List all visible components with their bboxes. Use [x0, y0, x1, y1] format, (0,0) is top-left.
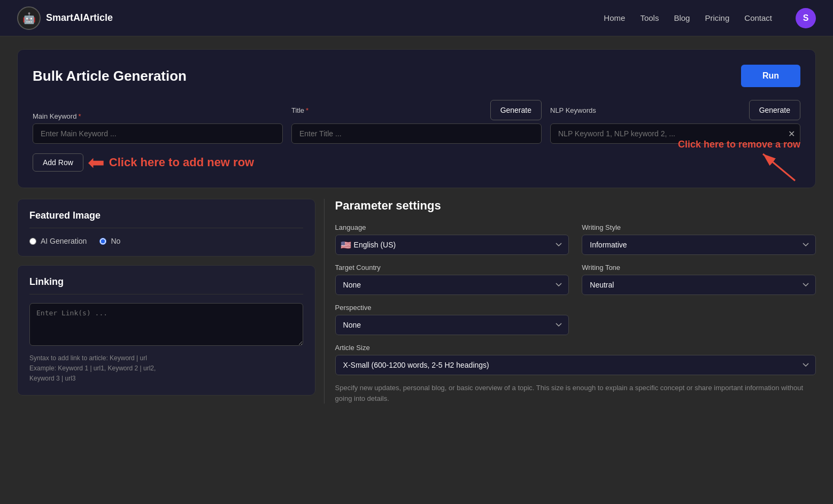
bulk-card-header: Bulk Article Generation Run — [33, 65, 800, 87]
linking-textarea[interactable] — [29, 303, 303, 346]
main-keyword-group: Main Keyword* — [33, 112, 283, 144]
writing-tone-label: Writing Tone — [582, 263, 816, 272]
brand: 🤖 SmartAIArticle — [17, 6, 604, 30]
featured-image-card: Featured Image AI Generation No — [17, 199, 315, 257]
no-image-radio[interactable] — [99, 238, 106, 245]
add-row-button[interactable]: Add Row — [33, 153, 83, 172]
main-content: Bulk Article Generation Run Main Keyword… — [0, 36, 833, 416]
link-syntax-text: Syntax to add link to article: Keyword |… — [29, 353, 303, 384]
perspective-select[interactable]: None First Person Second Person Third Pe… — [335, 315, 569, 335]
remove-arrow-icon — [758, 151, 800, 183]
linking-card: Linking Syntax to add link to article: K… — [17, 265, 315, 396]
title-label: Title* — [291, 106, 308, 114]
article-size-select[interactable]: X-Small (600-1200 words, 2-5 H2 headings… — [335, 355, 816, 375]
nlp-keywords-group: NLP Keywords Generate ✕ — [550, 100, 800, 144]
ai-generation-radio[interactable] — [29, 238, 36, 245]
bulk-article-card: Bulk Article Generation Run Main Keyword… — [17, 49, 816, 188]
writing-tone-select[interactable]: Neutral Formal Casual Friendly — [582, 275, 816, 295]
no-image-option[interactable]: No — [99, 237, 120, 245]
nlp-clear-button[interactable]: ✕ — [788, 129, 795, 139]
target-country-label: Target Country — [335, 263, 569, 272]
nav-contact[interactable]: Contact — [744, 13, 772, 22]
nav-pricing[interactable]: Pricing — [705, 13, 729, 22]
main-keyword-input[interactable] — [33, 123, 283, 144]
title-generate-button[interactable]: Generate — [490, 100, 542, 120]
language-select[interactable]: English (US) Spanish French German — [335, 235, 569, 255]
arrow-left-icon: ⬅ — [88, 152, 105, 173]
navbar: 🤖 SmartAIArticle Home Tools Blog Pricing… — [0, 0, 833, 36]
perspective-group: Perspective None First Person Second Per… — [335, 304, 569, 335]
target-country-group: Target Country None United States United… — [335, 263, 569, 295]
right-panel: Parameter settings Language 🇺🇸 English (… — [325, 199, 816, 404]
form-row: Main Keyword* Title* Generate NLP Keywor… — [33, 100, 800, 144]
language-label: Language — [335, 223, 569, 231]
param-grid: Language 🇺🇸 English (US) Spanish French … — [335, 223, 816, 404]
bottom-panels: Featured Image AI Generation No Linking — [17, 199, 816, 404]
title-input[interactable] — [291, 123, 542, 144]
linking-title: Linking — [29, 276, 303, 294]
param-title: Parameter settings — [335, 199, 816, 213]
writing-style-label: Writing Style — [582, 223, 816, 231]
user-avatar[interactable]: S — [796, 8, 816, 28]
perspective-label: Perspective — [335, 304, 569, 312]
article-size-label: Article Size — [335, 344, 816, 352]
nav-blog[interactable]: Blog — [674, 13, 690, 22]
nlp-label: NLP Keywords — [550, 106, 596, 114]
writing-tone-group: Writing Tone Neutral Formal Casual Frien… — [582, 263, 816, 295]
article-size-group: Article Size X-Small (600-1200 words, 2-… — [335, 344, 816, 404]
writing-style-select[interactable]: Informative Persuasive Descriptive Narra… — [582, 235, 816, 255]
nav-home[interactable]: Home — [604, 13, 625, 22]
left-panel: Featured Image AI Generation No Linking — [17, 199, 325, 404]
nav-links: Home Tools Blog Pricing Contact S — [604, 8, 816, 28]
writing-style-group: Writing Style Informative Persuasive Des… — [582, 223, 816, 255]
brand-icon: 🤖 — [17, 6, 41, 30]
add-row-annotation-text: Click here to add new row — [109, 156, 254, 169]
nlp-input[interactable] — [550, 123, 800, 144]
brand-name: SmartAIArticle — [46, 12, 113, 24]
featured-image-title: Featured Image — [29, 210, 303, 228]
add-row-section: Add Row ⬅ Click here to add new row Clic… — [33, 152, 800, 173]
run-button[interactable]: Run — [741, 65, 800, 87]
target-country-select[interactable]: None United States United Kingdom Canada — [335, 275, 569, 295]
bulk-title: Bulk Article Generation — [33, 68, 187, 84]
title-group: Title* Generate — [291, 100, 542, 144]
language-group: Language 🇺🇸 English (US) Spanish French … — [335, 223, 569, 255]
remove-annotation-container: Click here to remove a row — [678, 139, 800, 183]
ai-generation-option[interactable]: AI Generation — [29, 237, 87, 245]
nlp-generate-button[interactable]: Generate — [749, 100, 800, 120]
svg-line-1 — [763, 154, 795, 181]
article-size-description: Specify new updates, personal blog, or b… — [335, 383, 816, 404]
nav-tools[interactable]: Tools — [640, 13, 659, 22]
main-keyword-label: Main Keyword* — [33, 112, 283, 120]
featured-image-options: AI Generation No — [29, 237, 303, 245]
